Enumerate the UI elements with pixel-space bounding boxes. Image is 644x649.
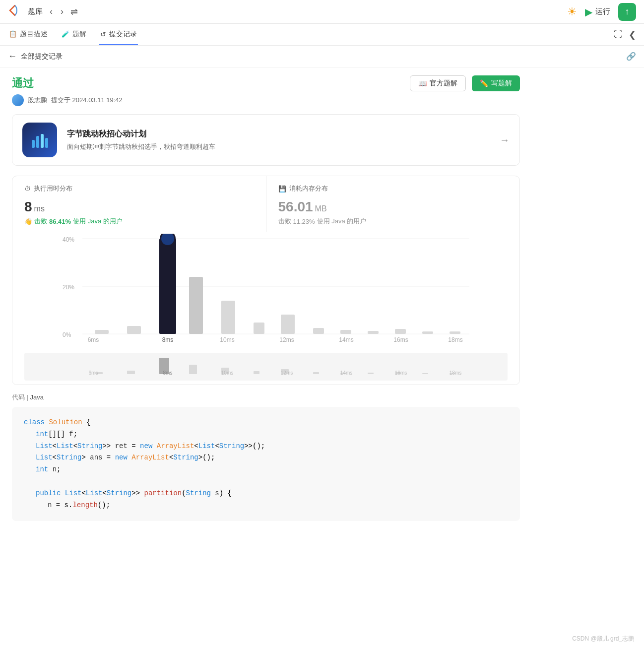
code-block: class Solution { int[][] f; List<List<St… xyxy=(12,407,520,521)
submit-button[interactable]: ↑ xyxy=(618,3,636,21)
svg-rect-18 xyxy=(281,315,295,334)
memory-unit: MB xyxy=(315,204,327,213)
svg-rect-0 xyxy=(32,140,35,148)
code-line-7: public List<List<String>> partition(Stri… xyxy=(24,488,508,500)
code-line-3: List<List<String>> ret = new ArrayList<L… xyxy=(24,441,508,453)
svg-text:12ms: 12ms xyxy=(281,370,293,376)
svg-rect-43 xyxy=(422,373,428,374)
execution-pct: 86.41% xyxy=(49,218,71,225)
svg-rect-23 xyxy=(422,331,433,334)
write-btn-label: 写题解 xyxy=(491,79,512,88)
write-solution-button[interactable]: ✏️ 写题解 xyxy=(472,75,520,91)
memory-title: 💾 消耗内存分布 xyxy=(278,184,508,193)
svg-rect-16 xyxy=(221,301,235,334)
run-label: 运行 xyxy=(595,7,610,16)
back-bar: ← 全部提交记录 🔗 xyxy=(0,46,644,67)
back-home-icon[interactable] xyxy=(8,3,22,20)
theme-icon[interactable]: ☀ xyxy=(567,5,577,18)
clock-icon: ⏱ xyxy=(24,185,31,193)
action-buttons: 📖 官方题解 ✏️ 写题解 xyxy=(410,75,520,91)
svg-rect-15 xyxy=(189,277,203,334)
main-content: 通过 📖 官方题解 ✏️ 写题解 殷志鹏 提交于 2024.03.11 19:4… xyxy=(0,67,526,529)
tab-description[interactable]: 📋 题目描述 xyxy=(8,24,49,45)
execution-unit: ms xyxy=(34,204,45,213)
code-line-6 xyxy=(24,476,508,488)
next-problem-icon[interactable]: › xyxy=(60,6,64,17)
svg-rect-19 xyxy=(313,328,324,334)
memory-icon: 💾 xyxy=(278,185,286,193)
avatar xyxy=(12,94,24,106)
tab-solution[interactable]: 🧪 题解 xyxy=(61,24,87,45)
back-arrow-icon[interactable]: ← xyxy=(8,51,17,62)
svg-text:18ms: 18ms xyxy=(450,370,461,376)
promo-text: 字节跳动秋招心动计划 面向短期冲刺字节跳动秋招选手，秋招弯道顺利超车 xyxy=(67,129,490,151)
performance-chart: 40% 20% 0% xyxy=(24,234,508,353)
official-solution-button[interactable]: 📖 官方题解 xyxy=(410,75,466,91)
status-pass-label: 通过 xyxy=(12,76,34,91)
edit-icon: ✏️ xyxy=(480,79,488,87)
nav-left: 题库 ‹ › ⇌ xyxy=(8,3,78,20)
svg-text:16ms: 16ms xyxy=(393,336,408,343)
execution-stat-card: ⏱ 执行用时分布 8 ms 👋 击败 86.41% 使用 Java 的用户 xyxy=(12,176,266,232)
memory-label: 消耗内存分布 xyxy=(289,184,328,193)
nav-right: ☀ ▶ 运行 ↑ xyxy=(567,3,636,21)
promo-card[interactable]: 字节跳动秋招心动计划 面向短期冲刺字节跳动秋招选手，秋招弯道顺利超车 → xyxy=(12,114,520,166)
status-row: 通过 📖 官方题解 ✏️ 写题解 xyxy=(12,75,520,91)
promo-logo xyxy=(22,123,57,157)
stats-row: ⏱ 执行用时分布 8 ms 👋 击败 86.41% 使用 Java 的用户 xyxy=(12,176,519,232)
description-icon: 📋 xyxy=(9,30,17,38)
submitter-name: 殷志鹏 xyxy=(28,96,47,105)
top-navbar: 题库 ‹ › ⇌ ☀ ▶ 运行 ↑ xyxy=(0,0,644,24)
svg-rect-1 xyxy=(36,136,39,148)
beat-label: 击败 xyxy=(34,217,47,226)
shuffle-icon[interactable]: ⇌ xyxy=(70,6,78,17)
memory-value: 56.01 xyxy=(278,199,313,215)
problem-bank-label[interactable]: 题库 xyxy=(28,7,43,16)
svg-rect-11 xyxy=(127,326,141,334)
execution-beat-suffix: 使用 Java 的用户 xyxy=(73,217,123,226)
tab-description-label: 题目描述 xyxy=(20,30,48,39)
mini-scroll-chart[interactable]: 6ms 8ms 10ms 12ms 14ms 16ms 18ms xyxy=(24,353,508,381)
play-icon: ▶ xyxy=(585,6,592,18)
collapse-panel-icon[interactable]: ❮ xyxy=(629,29,636,40)
prev-problem-icon[interactable]: ‹ xyxy=(49,6,54,17)
chart-container: 40% 20% 0% xyxy=(12,232,519,385)
svg-rect-35 xyxy=(189,365,197,374)
submitter-row: 殷志鹏 提交于 2024.03.11 19:42 xyxy=(12,94,520,106)
svg-rect-20 xyxy=(340,330,351,334)
svg-rect-2 xyxy=(41,134,44,148)
memory-beat-label: 击败 xyxy=(278,217,291,226)
svg-text:16ms: 16ms xyxy=(395,370,407,376)
promo-desc: 面向短期冲刺字节跳动秋招选手，秋招弯道顺利超车 xyxy=(67,142,490,151)
svg-rect-12 xyxy=(159,239,176,334)
svg-text:8ms: 8ms xyxy=(163,370,173,376)
promo-title: 字节跳动秋招心动计划 xyxy=(67,129,490,139)
tab-bar: 📋 题目描述 🧪 题解 ↺ 提交记录 ⛶ ❮ xyxy=(0,24,644,46)
svg-rect-41 xyxy=(368,373,374,374)
run-button[interactable]: ▶ 运行 xyxy=(585,6,610,18)
svg-rect-39 xyxy=(313,372,319,374)
fullscreen-icon[interactable]: ⛶ xyxy=(614,29,623,40)
svg-text:0%: 0% xyxy=(63,331,71,338)
svg-text:40%: 40% xyxy=(63,236,74,243)
code-line-2: int[][] f; xyxy=(24,429,508,441)
svg-text:8ms: 8ms xyxy=(162,336,174,343)
share-link-icon[interactable]: 🔗 xyxy=(626,52,636,61)
svg-rect-10 xyxy=(95,330,109,334)
svg-text:14ms: 14ms xyxy=(340,370,352,376)
svg-text:18ms: 18ms xyxy=(448,336,462,343)
svg-rect-33 xyxy=(127,371,135,374)
watermark: CSDN @殷儿 grd_志鹏 xyxy=(572,635,634,643)
svg-rect-17 xyxy=(254,323,264,334)
tab-submissions[interactable]: ↺ 提交记录 xyxy=(99,24,138,45)
memory-beat: 击败 11.23% 使用 Java 的用户 xyxy=(278,217,508,226)
tab-solution-label: 题解 xyxy=(72,30,86,39)
upload-icon: ↑ xyxy=(625,6,630,17)
svg-rect-3 xyxy=(45,138,48,148)
svg-rect-21 xyxy=(368,331,379,334)
code-line-8: n = s.length(); xyxy=(24,500,508,512)
svg-rect-22 xyxy=(395,329,406,334)
svg-text:12ms: 12ms xyxy=(279,336,294,343)
promo-arrow-icon: → xyxy=(500,134,510,146)
tab-actions: ⛶ ❮ xyxy=(614,29,636,40)
